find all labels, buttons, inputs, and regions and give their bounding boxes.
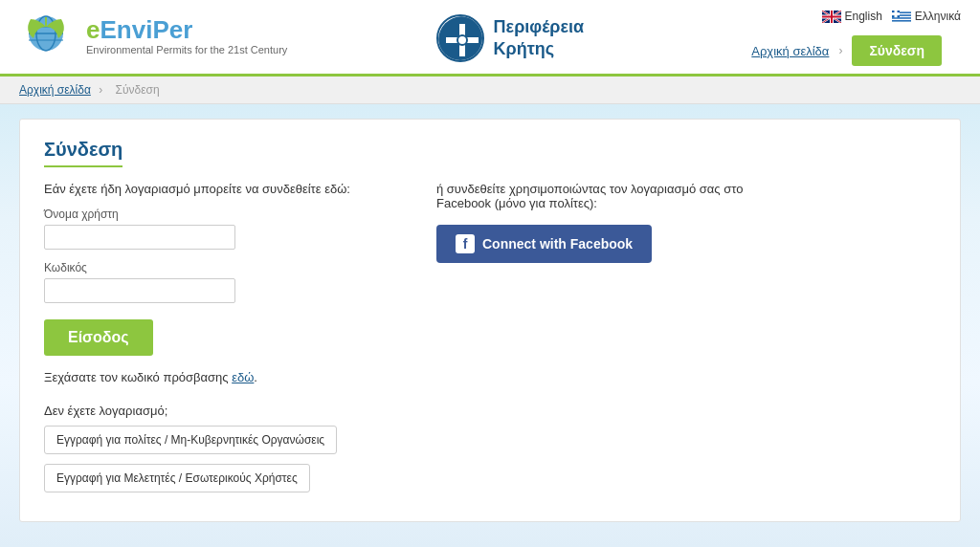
username-group: Όνομα χρήστη bbox=[44, 208, 379, 250]
region-line1: Περιφέρεια bbox=[494, 16, 584, 38]
facebook-login-button[interactable]: f Connect with Facebook bbox=[436, 225, 652, 263]
facebook-desc: ή συνδεθείτε χρησιμοποιώντας τον λογαρια… bbox=[436, 182, 800, 210]
svg-rect-24 bbox=[892, 18, 911, 19]
lang-nav: English Ελληνικά bbox=[732, 10, 961, 74]
svg-rect-19 bbox=[822, 15, 841, 17]
no-account-text: Δεν έχετε λογαριασμό; bbox=[44, 404, 379, 418]
right-col: ή συνδεθείτε χρησιμοποιώντας τον λογαρια… bbox=[436, 182, 936, 492]
forgot-prefix: Ξεχάσατε τον κωδικό πρόσβασης bbox=[44, 370, 232, 384]
syndeseos-button[interactable]: Σύνδεση bbox=[852, 35, 942, 66]
page-title: Σύνδεση bbox=[44, 139, 122, 167]
logo-text: eEnviPer Environmental Permits for the 2… bbox=[86, 17, 287, 55]
lang-english-label: English bbox=[845, 10, 882, 23]
facebook-icon: f bbox=[456, 234, 475, 253]
logo-enviPer: EnviPer bbox=[100, 15, 192, 44]
logo-icon bbox=[19, 10, 77, 62]
breadcrumb-current: Σύνδεση bbox=[116, 83, 160, 97]
register-professionals-button[interactable]: Εγγραφή για Μελετητές / Εσωτερικούς Χρήσ… bbox=[44, 464, 310, 492]
forgot-link[interactable]: εδώ bbox=[232, 370, 254, 384]
header: eEnviPer Environmental Permits for the 2… bbox=[0, 0, 980, 77]
nav-separator: › bbox=[838, 44, 842, 57]
password-group: Κωδικός bbox=[44, 261, 379, 303]
greece-emblem bbox=[436, 14, 484, 62]
forgot-suffix: . bbox=[254, 370, 257, 384]
svg-point-10 bbox=[458, 36, 466, 44]
breadcrumb-home[interactable]: Αρχική σελίδα bbox=[19, 83, 91, 97]
password-label: Κωδικός bbox=[44, 261, 379, 274]
lang-greek-label: Ελληνικά bbox=[915, 10, 961, 23]
svg-rect-28 bbox=[892, 12, 900, 15]
logo-area: eEnviPer Environmental Permits for the 2… bbox=[19, 10, 287, 62]
region-line2: Κρήτης bbox=[494, 38, 584, 60]
password-input[interactable] bbox=[44, 278, 235, 303]
breadcrumb: Αρχική σελίδα › Σύνδεση bbox=[0, 77, 980, 104]
lang-english-link[interactable]: English bbox=[822, 10, 882, 23]
login-button[interactable]: Είσοδος bbox=[44, 319, 153, 356]
login-subtitle: Εάν έχετε ήδη λογαριασμό μπορείτε να συν… bbox=[44, 182, 379, 196]
nav-home-link[interactable]: Αρχική σελίδα bbox=[751, 44, 829, 58]
register-citizens-button[interactable]: Εγγραφή για πολίτες / Μη-Κυβερνητικές Ορ… bbox=[44, 426, 337, 454]
nav-bar: Αρχική σελίδα › Σύνδεση bbox=[732, 28, 961, 74]
region-name: Περιφέρεια Κρήτης bbox=[494, 16, 584, 61]
facebook-btn-label: Connect with Facebook bbox=[482, 236, 633, 252]
logo-e: e bbox=[86, 15, 100, 44]
logo-subtitle: Environmental Permits for the 21st Centu… bbox=[86, 44, 287, 55]
left-col: Εάν έχετε ήδη λογαριασμό μπορείτε να συν… bbox=[44, 182, 379, 492]
forgot-text: Ξεχάσατε τον κωδικό πρόσβασης εδώ. bbox=[44, 370, 379, 384]
lang-greek-link[interactable]: Ελληνικά bbox=[892, 10, 961, 23]
username-input[interactable] bbox=[44, 225, 235, 250]
lang-links: English Ελληνικά bbox=[822, 10, 962, 23]
username-label: Όνομα χρήστη bbox=[44, 208, 379, 221]
center-logo: Περιφέρεια Κρήτης bbox=[436, 14, 584, 62]
header-top: eEnviPer Environmental Permits for the 2… bbox=[0, 0, 980, 74]
login-body: Εάν έχετε ήδη λογαριασμό μπορείτε να συν… bbox=[44, 182, 936, 492]
svg-rect-25 bbox=[892, 21, 911, 22]
register-buttons: Εγγραφή για πολίτες / Μη-Κυβερνητικές Ορ… bbox=[44, 426, 379, 492]
main-content: Σύνδεση Εάν έχετε ήδη λογαριασμό μπορείτ… bbox=[19, 119, 961, 522]
breadcrumb-separator: › bbox=[99, 83, 102, 97]
